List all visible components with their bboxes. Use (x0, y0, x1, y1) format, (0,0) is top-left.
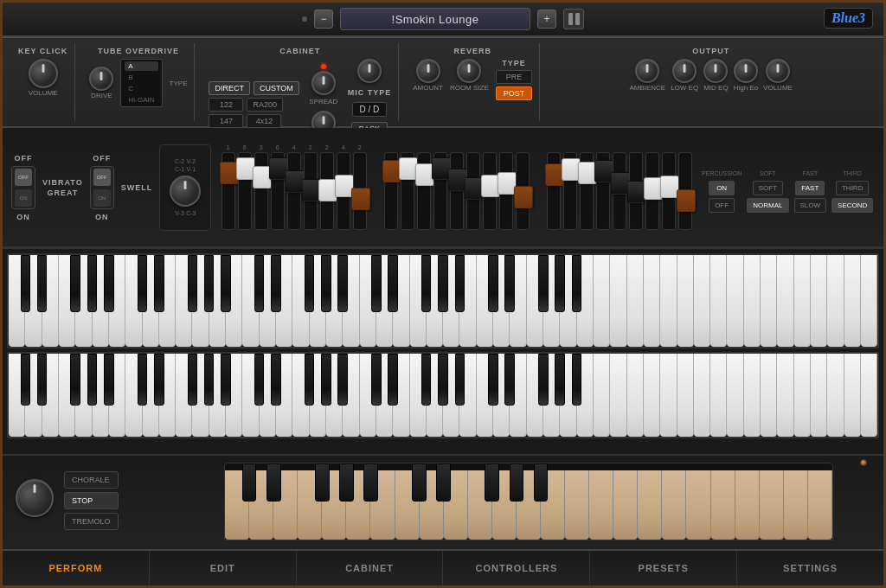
pedal-white-key-16[interactable] (613, 470, 638, 540)
lower-white-key-43[interactable] (727, 354, 743, 437)
pedal-white-key-0[interactable] (225, 470, 249, 540)
lower-black-key-14[interactable] (337, 354, 348, 406)
lower-black-key-2[interactable] (70, 354, 80, 406)
pedal-white-key-14[interactable] (565, 470, 589, 540)
lower-black-key-16[interactable] (388, 354, 398, 406)
upper-black-key-18[interactable] (438, 255, 448, 312)
lower-black-key-7[interactable] (188, 354, 198, 406)
lower-black-key-10[interactable] (254, 354, 265, 406)
tube-type-selector[interactable]: A B C HI-GAIN (120, 59, 162, 107)
chorale-btn[interactable]: CHORALE (64, 471, 119, 489)
upper-black-key-15[interactable] (371, 255, 382, 312)
reverb-pre-btn[interactable]: PRE (496, 70, 533, 84)
cabinet-122-btn[interactable]: 122 (209, 98, 243, 112)
upper-black-key-7[interactable] (188, 255, 198, 312)
pedal-white-key-24[interactable] (808, 470, 832, 540)
upper-black-key-14[interactable] (337, 255, 348, 312)
drawbar-9[interactable] (351, 188, 370, 210)
lower-white-key-45[interactable] (761, 354, 777, 437)
upper-white-key-47[interactable] (794, 255, 811, 347)
lower-black-key-0[interactable] (21, 354, 31, 406)
lower-white-key-36[interactable] (610, 354, 626, 437)
pause-button[interactable] (563, 9, 584, 29)
tab-controllers[interactable]: CONTROLLERS (443, 551, 590, 585)
upper-black-key-11[interactable] (271, 255, 281, 312)
upper-white-key-50[interactable] (844, 255, 861, 347)
lower-white-key-46[interactable] (777, 354, 793, 437)
lower-black-key-18[interactable] (438, 354, 448, 406)
cabinet-spread-knob[interactable] (311, 71, 336, 95)
drive-knob[interactable] (89, 67, 113, 91)
pedal-white-key-13[interactable] (541, 470, 565, 540)
lower-white-key-35[interactable] (594, 354, 610, 437)
upper-white-key-42[interactable] (710, 255, 727, 347)
pedal-white-key-3[interactable] (298, 470, 322, 540)
upper-white-key-37[interactable] (627, 255, 644, 347)
type-option-c[interactable]: C (125, 84, 157, 93)
lower-black-key-21[interactable] (504, 354, 515, 406)
lower-black-key-20[interactable] (488, 354, 498, 406)
lower-black-key-1[interactable] (37, 354, 48, 406)
upper-black-key-6[interactable] (154, 255, 164, 312)
upper-black-key-8[interactable] (204, 255, 215, 312)
upper-black-key-23[interactable] (555, 255, 565, 312)
stop-btn[interactable]: STOP (64, 492, 119, 509)
ambience-knob[interactable] (635, 59, 659, 83)
lower-white-key-44[interactable] (744, 354, 761, 437)
upper-black-key-5[interactable] (138, 255, 148, 312)
lower-white-key-39[interactable] (660, 354, 677, 437)
pedal-white-key-18[interactable] (662, 470, 686, 540)
upper-white-key-46[interactable] (777, 255, 793, 347)
cabinet-4x12-btn[interactable]: 4x12 (247, 114, 281, 128)
lower-black-key-9[interactable] (221, 354, 231, 406)
lower-white-key-37[interactable] (627, 354, 644, 437)
upper-white-key-36[interactable] (610, 255, 626, 347)
key-click-knob[interactable] (29, 59, 58, 88)
perc-on-btn[interactable]: ON (709, 181, 735, 195)
upper-white-key-51[interactable] (861, 255, 877, 347)
tab-perform[interactable]: PERFORM (3, 551, 150, 585)
upper-white-key-44[interactable] (744, 255, 761, 347)
pedal-white-key-2[interactable] (273, 470, 298, 540)
reverb-roomsize-knob[interactable] (457, 59, 481, 83)
upper-white-key-43[interactable] (727, 255, 743, 347)
reverb-amount-knob[interactable] (416, 59, 440, 83)
lower-white-key-42[interactable] (710, 354, 727, 437)
type-option-higain[interactable]: HI-GAIN (125, 95, 157, 105)
lower-black-key-24[interactable] (572, 354, 582, 406)
lower-white-key-50[interactable] (844, 354, 861, 437)
upper-black-key-22[interactable] (538, 255, 549, 312)
lower-black-key-17[interactable] (421, 354, 432, 406)
pedal-white-key-10[interactable] (468, 470, 492, 540)
lower-white-key-47[interactable] (794, 354, 811, 437)
cabinet-placement-knob[interactable] (357, 59, 382, 83)
perc-off-btn[interactable]: OFF (709, 198, 735, 213)
lower-black-key-8[interactable] (204, 354, 215, 406)
lower-white-key-48[interactable] (811, 354, 827, 437)
preset-prev-button[interactable]: − (314, 10, 333, 29)
perc-third-btn[interactable]: THIRD (836, 181, 869, 195)
pedal-white-key-6[interactable] (370, 470, 395, 540)
cabinet-custom-btn[interactable]: CUSTOM (254, 81, 299, 95)
upper-white-key-38[interactable] (644, 255, 660, 347)
pedal-white-key-15[interactable] (589, 470, 613, 540)
pedal-white-key-17[interactable] (638, 470, 662, 540)
upper-black-key-2[interactable] (70, 255, 80, 312)
lower-black-key-6[interactable] (154, 354, 164, 406)
lower-black-key-22[interactable] (538, 354, 549, 406)
pedal-white-key-11[interactable] (492, 470, 517, 540)
lower-white-key-41[interactable] (694, 354, 710, 437)
pedal-white-key-20[interactable] (711, 470, 735, 540)
upper-black-key-13[interactable] (321, 255, 331, 312)
tab-presets[interactable]: PRESETS (590, 551, 737, 585)
perc-slow-btn[interactable]: SLOW (794, 198, 827, 213)
upper-black-key-17[interactable] (421, 255, 432, 312)
lower-black-key-13[interactable] (321, 354, 331, 406)
low-eq-knob[interactable] (672, 59, 697, 83)
upper-white-key-35[interactable] (594, 255, 610, 347)
upper-black-key-19[interactable] (455, 255, 465, 312)
perc-fast-btn[interactable]: FAST (795, 181, 825, 195)
pedal-white-key-5[interactable] (346, 470, 370, 540)
lower-black-key-3[interactable] (87, 354, 98, 406)
vibrato-selector-knob[interactable] (170, 176, 201, 207)
